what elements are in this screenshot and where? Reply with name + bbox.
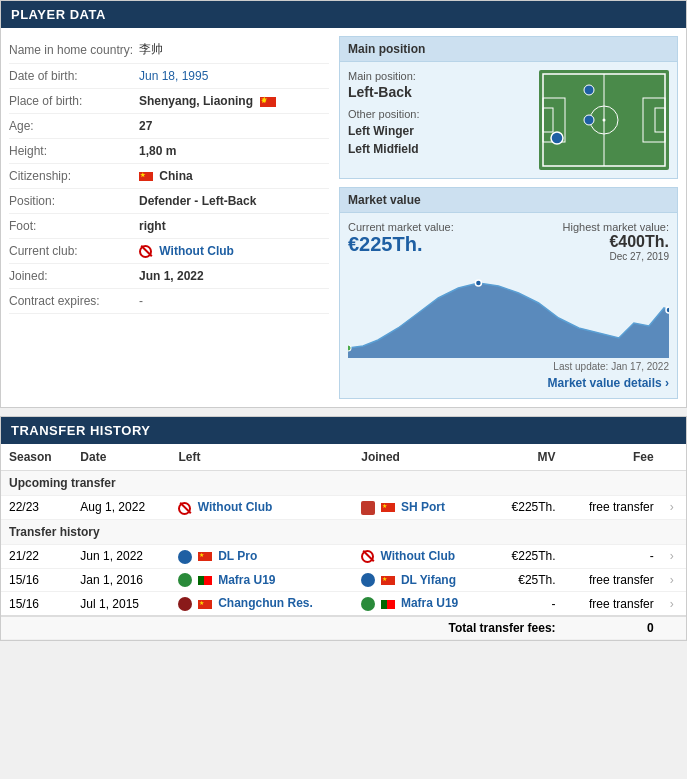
football-pitch xyxy=(539,70,669,170)
date-cell: Jul 1, 2015 xyxy=(72,592,170,616)
without-club-icon-joined xyxy=(361,550,374,563)
fee-cell: - xyxy=(564,544,662,568)
col-season: Season xyxy=(1,444,72,471)
svg-point-9 xyxy=(551,132,563,144)
col-arrow xyxy=(662,444,686,471)
date-cell: Jun 1, 2022 xyxy=(72,544,170,568)
market-value-panel: Market value Current market value: €225T… xyxy=(339,187,678,399)
joined-club-link[interactable]: Without Club xyxy=(381,549,456,563)
pob-row: Place of birth: Shenyang, Liaoning ★ xyxy=(9,89,329,114)
table-row: 21/22 Jun 1, 2022 ★ DL Pro Without Club … xyxy=(1,544,686,568)
mv-highest-value: €400Th. xyxy=(563,233,669,251)
pob-label: Place of birth: xyxy=(9,94,139,108)
svg-point-10 xyxy=(584,85,594,95)
position-row: Position: Defender - Left-Back xyxy=(9,189,329,214)
citizenship-label: Citizenship: xyxy=(9,169,139,183)
without-club-text[interactable]: Without Club xyxy=(159,244,234,258)
mv-cell: €225Th. xyxy=(491,544,564,568)
table-row: 15/16 Jan 1, 2016 Mafra U19 ★ DL Yifang … xyxy=(1,568,686,592)
season-cell: 21/22 xyxy=(1,544,72,568)
player-info-left: Name in home country: 李帅 Date of birth: … xyxy=(9,36,329,399)
china-flag: ★ xyxy=(260,97,276,107)
upcoming-transfer-group-header: Upcoming transfer xyxy=(1,471,686,496)
left-cell: Mafra U19 xyxy=(170,568,353,592)
mv-cell: €225Th. xyxy=(491,496,564,520)
joined-club-link[interactable]: DL Yifang xyxy=(401,573,456,587)
joined-cell: ★ SH Port xyxy=(353,496,490,520)
other-pos-label: Other position: xyxy=(348,108,531,120)
mv-details-link[interactable]: Market value details › xyxy=(348,376,669,390)
left-club-link[interactable]: Without Club xyxy=(198,500,273,514)
citizenship-row: Citizenship: ★ China xyxy=(9,164,329,189)
col-date: Date xyxy=(72,444,170,471)
pob-value: Shenyang, Liaoning ★ xyxy=(139,94,276,108)
date-cell: Jan 1, 2016 xyxy=(72,568,170,592)
citizenship-flag: ★ xyxy=(139,172,153,181)
left-cell: Without Club xyxy=(170,496,353,520)
mv-cell: - xyxy=(491,592,564,616)
date-cell: Aug 1, 2022 xyxy=(72,496,170,520)
transfer-table-header-row: Season Date Left Joined MV Fee xyxy=(1,444,686,471)
fee-cell: free transfer xyxy=(564,568,662,592)
svg-point-11 xyxy=(584,115,594,125)
mv-last-update: Last update: Jan 17, 2022 xyxy=(348,361,669,372)
fee-cell: free transfer xyxy=(564,592,662,616)
mv-cell: €25Th. xyxy=(491,568,564,592)
dob-value: Jun 18, 1995 xyxy=(139,69,208,83)
joined-cell: Without Club xyxy=(353,544,490,568)
position-labels: Main position: Left-Back Other position:… xyxy=(348,70,531,170)
dl-yifang-icon xyxy=(361,573,375,587)
transfer-history-section: TRANSFER HISTORY Season Date Left Joined… xyxy=(0,416,687,641)
name-value: 李帅 xyxy=(139,41,163,58)
height-value: 1,80 m xyxy=(139,144,176,158)
joined-club-link[interactable]: SH Port xyxy=(401,500,445,514)
current-club-row: Current club: Without Club xyxy=(9,239,329,264)
joined-club-link[interactable]: Mafra U19 xyxy=(401,596,458,610)
arrow-cell[interactable]: › xyxy=(662,544,686,568)
season-cell: 15/16 xyxy=(1,568,72,592)
mv-highest-date: Dec 27, 2019 xyxy=(563,251,669,262)
left-cell: ★ Changchun Res. xyxy=(170,592,353,616)
total-value: 0 xyxy=(564,616,662,640)
foot-value: right xyxy=(139,219,166,233)
arrow-cell[interactable]: › xyxy=(662,496,686,520)
contract-value: - xyxy=(139,294,143,308)
mv-current-value: €225Th. xyxy=(348,233,454,256)
changchun-icon xyxy=(178,597,192,611)
total-empty xyxy=(662,616,686,640)
mafra-icon-joined xyxy=(361,597,375,611)
left-club-link[interactable]: Mafra U19 xyxy=(218,573,275,587)
arrow-cell[interactable]: › xyxy=(662,592,686,616)
mv-highest-label: Highest market value: xyxy=(563,221,669,233)
position-label: Position: xyxy=(9,194,139,208)
left-cell: ★ DL Pro xyxy=(170,544,353,568)
dob-row: Date of birth: Jun 18, 1995 xyxy=(9,64,329,89)
transfer-history-group-header: Transfer history xyxy=(1,519,686,544)
arrow-cell[interactable]: › xyxy=(662,568,686,592)
height-row: Height: 1,80 m xyxy=(9,139,329,164)
left-club-link[interactable]: DL Pro xyxy=(218,549,257,563)
name-label: Name in home country: xyxy=(9,43,139,57)
foot-label: Foot: xyxy=(9,219,139,233)
dob-label: Date of birth: xyxy=(9,69,139,83)
season-cell: 15/16 xyxy=(1,592,72,616)
name-row: Name in home country: 李帅 xyxy=(9,36,329,64)
joined-cell: ★ DL Yifang xyxy=(353,568,490,592)
dl-pro-icon xyxy=(178,550,192,564)
mv-details-anchor[interactable]: Market value details › xyxy=(548,376,669,390)
without-club-icon-small xyxy=(178,502,191,515)
age-label: Age: xyxy=(9,119,139,133)
market-value-chart xyxy=(348,268,669,358)
total-fees-row: Total transfer fees: 0 xyxy=(1,616,686,640)
current-club-value: Without Club xyxy=(139,244,234,258)
joined-cell: Mafra U19 xyxy=(353,592,490,616)
main-position-panel: Main position Main position: Left-Back O… xyxy=(339,36,678,179)
left-club-link[interactable]: Changchun Res. xyxy=(218,596,313,610)
table-row: 15/16 Jul 1, 2015 ★ Changchun Res. Mafra… xyxy=(1,592,686,616)
transfer-table: Season Date Left Joined MV Fee Upcoming … xyxy=(1,444,686,640)
citizenship-value: ★ China xyxy=(139,169,193,183)
joined-label: Joined: xyxy=(9,269,139,283)
total-label: Total transfer fees: xyxy=(1,616,564,640)
transfer-history-header: TRANSFER HISTORY xyxy=(1,417,686,444)
table-row: 22/23 Aug 1, 2022 Without Club ★ SH Port… xyxy=(1,496,686,520)
